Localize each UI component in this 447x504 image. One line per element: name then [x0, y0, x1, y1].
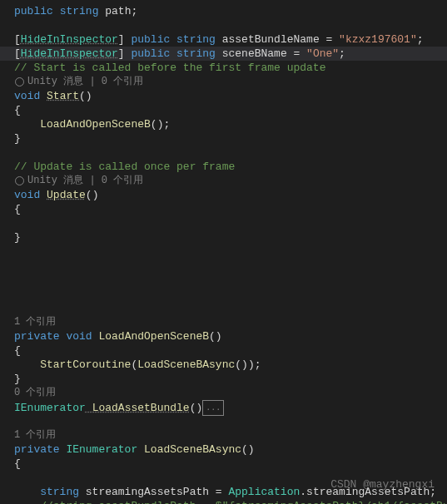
code-line[interactable]: } [14, 372, 447, 386]
attribute: HideInInspector [21, 47, 118, 60]
fold-indicator[interactable]: ... [202, 400, 224, 416]
codelens[interactable]: 0 个引用 [14, 386, 447, 400]
code-line[interactable]: { [14, 202, 447, 216]
svg-point-1 [15, 177, 23, 185]
method-name: Start [47, 90, 79, 102]
attribute: HideInInspector [21, 33, 118, 46]
code-line[interactable]: [HideInInspector] public string assetBun… [14, 32, 447, 47]
comment: //string assetBundlePath = $"{streamingA… [14, 500, 447, 504]
code-line-empty[interactable] [14, 18, 447, 32]
method-name: LoadAssetBundle [86, 402, 190, 414]
code-line[interactable]: { [14, 103, 447, 117]
code-line-empty[interactable] [14, 301, 447, 315]
code-line[interactable]: { [14, 457, 447, 471]
code-line[interactable]: // Update is called once per frame [14, 160, 447, 174]
svg-point-0 [15, 78, 23, 86]
code-line[interactable]: // Start is called before the first fram… [14, 61, 447, 75]
string-literal: "One" [306, 47, 339, 60]
code-line-highlighted[interactable]: [HideInInspector] public string sceneBNa… [0, 47, 447, 61]
code-line[interactable]: } [14, 230, 447, 245]
code-line[interactable]: //string assetBundlePath = $"{streamingA… [14, 499, 447, 504]
string-literal: "kzxz197601" [339, 33, 417, 46]
code-line-empty[interactable] [14, 216, 447, 230]
code-line-empty[interactable] [14, 245, 447, 259]
code-line-empty[interactable] [14, 414, 447, 428]
keyword-public: public [14, 5, 53, 17]
unity-icon [14, 176, 24, 186]
unity-icon [14, 77, 24, 87]
code-line[interactable]: StartCoroutine(LoadSceneBAsync()); [14, 358, 447, 372]
code-line[interactable]: LoadAndOpenSceneB(); [14, 117, 447, 131]
method-name: Update [47, 189, 86, 201]
variable: path; [98, 5, 137, 17]
code-line-empty[interactable] [14, 146, 447, 160]
watermark: CSDN @mayzhengxi [330, 477, 435, 492]
code-line[interactable]: } [14, 131, 447, 146]
code-line[interactable]: void Start() [14, 89, 447, 103]
codelens[interactable]: 1 个引用 [14, 315, 447, 329]
code-line-empty[interactable] [14, 273, 447, 287]
codelens[interactable]: 1 个引用 [14, 428, 447, 442]
code-line[interactable]: { [14, 343, 447, 358]
code-line[interactable]: private void LoadAndOpenSceneB() [14, 329, 447, 343]
code-line[interactable]: void Update() [14, 188, 447, 202]
method-name: LoadSceneBAsync [137, 443, 241, 456]
code-line[interactable]: private IEnumerator LoadSceneBAsync() [14, 442, 447, 457]
comment: // Start is called before the first fram… [14, 62, 325, 74]
method-call: LoadAndOpenSceneB [14, 118, 151, 131]
keyword-string: string [60, 5, 99, 17]
codelens[interactable]: Unity 消息 | 0 个引用 [14, 174, 447, 188]
code-line-empty[interactable] [14, 287, 447, 301]
codelens[interactable]: Unity 消息 | 0 个引用 [14, 75, 447, 89]
method-name: LoadAndOpenSceneB [92, 330, 209, 343]
code-line[interactable]: public string path; [14, 4, 447, 18]
code-line[interactable]: IEnumerator LoadAssetBundle()... [14, 400, 447, 414]
code-line-empty[interactable] [14, 259, 447, 273]
comment: // Update is called once per frame [14, 161, 235, 173]
